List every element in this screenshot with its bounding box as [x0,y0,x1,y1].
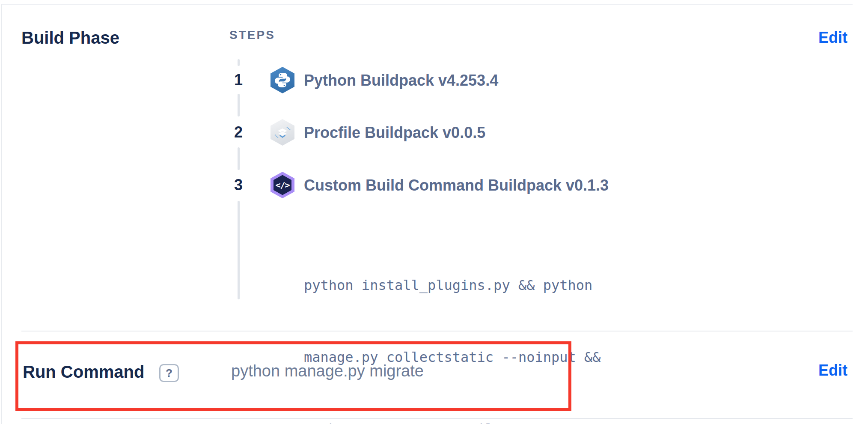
python-buildpack-icon [271,67,294,93]
custom-build-command-buildpack-icon: </> [271,172,294,198]
custom-build-command-text: python install_plugins.py && python mana… [304,225,601,424]
help-icon[interactable]: ? [159,364,179,382]
step-2-number: 2 [229,123,247,141]
code-brackets-icon: </> [275,180,289,190]
card-top-border [1,4,853,5]
build-settings-panel: Build Phase STEPS Edit 1 Python Buildpac… [0,0,868,424]
build-phase-title: Build Phase [21,28,119,47]
step-connector-line [238,94,240,116]
bottom-divider [21,418,853,419]
procfile-buildpack-icon [271,119,294,146]
step-connector-line [238,201,240,299]
step-3-label: Custom Build Command Buildpack v0.1.3 [304,176,609,194]
command-line-1: python install_plugins.py && python [304,273,601,297]
card-left-border [1,4,2,424]
step-1-label: Python Buildpack v4.253.4 [304,72,498,90]
step-connector-line [238,147,240,170]
step-connector-line [238,59,240,66]
step-1-number: 1 [229,71,247,89]
step-2-label: Procfile Buildpack v0.0.5 [304,124,485,142]
procfile-cube-icon [272,122,293,143]
run-command-edit-button[interactable]: Edit [818,362,847,379]
steps-column-label: STEPS [229,28,275,42]
section-divider [21,331,853,331]
step-3-number: 3 [229,176,247,194]
help-icon-glyph: ? [166,367,172,380]
python-logo-icon [272,70,293,90]
run-command-title: Run Command [23,362,144,381]
build-phase-edit-button[interactable]: Edit [818,29,847,46]
run-command-value: python manage.py migrate [231,362,424,380]
